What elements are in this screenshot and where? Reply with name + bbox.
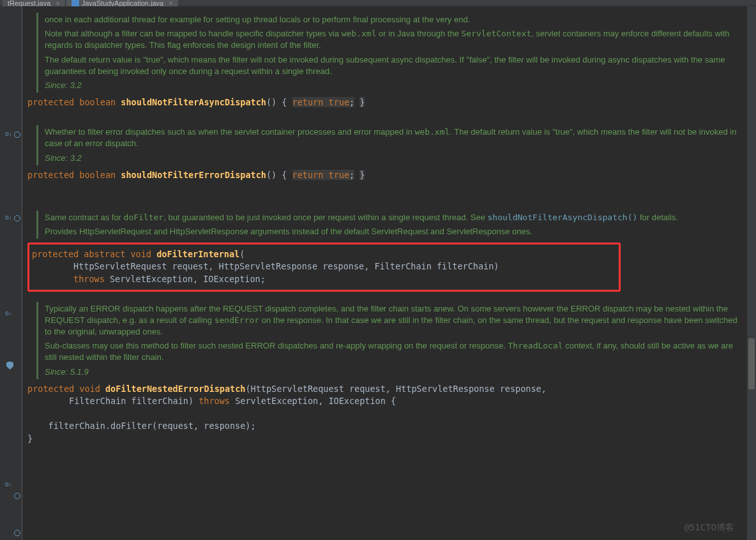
- method-signature: protected boolean shouldNotFilterErrorDi…: [27, 169, 742, 182]
- javadoc-block: once in each additional thread for examp…: [36, 13, 742, 93]
- doc-text: Note that although a filter can be mappe…: [45, 28, 742, 51]
- doc-since: Since: 3.2: [45, 153, 742, 164]
- javadoc-block: Typically an ERROR dispatch happens afte…: [36, 302, 742, 379]
- expand-icon[interactable]: [14, 215, 20, 221]
- doc-text: once in each additional thread for examp…: [45, 14, 742, 26]
- code-editor[interactable]: once in each additional thread for examp…: [22, 6, 747, 540]
- tab-label: JavaStudyApplication.java: [82, 0, 163, 7]
- doc-text: Sub-classes may use this method to filte…: [45, 340, 742, 363]
- doc-since: Since: 5.1.9: [45, 366, 742, 378]
- doc-since: Since: 3.2: [45, 80, 742, 91]
- gutter[interactable]: o↓ o↓ o↓ o↓: [0, 6, 22, 540]
- method-close: }: [27, 433, 742, 446]
- editor-tabs: tRequest.java × JavaStudyApplication.jav…: [0, 0, 756, 6]
- javadoc-block: Whether to filter error dispatches such …: [36, 125, 742, 165]
- vertical-scrollbar[interactable]: [747, 6, 756, 540]
- doc-text: Whether to filter error dispatches such …: [45, 126, 742, 149]
- expand-icon[interactable]: [14, 493, 20, 499]
- shield-icon: [6, 361, 13, 370]
- scroll-thumb[interactable]: [748, 338, 755, 389]
- override-icon[interactable]: o↓: [5, 310, 12, 317]
- java-icon: [72, 0, 79, 7]
- doc-text: Typically an ERROR dispatch happens afte…: [45, 303, 742, 338]
- method-signature: protected abstract void doFilterInternal…: [32, 248, 616, 261]
- method-body: filterChain.doFilter(request, response);: [27, 420, 742, 433]
- method-params: HttpServletRequest request, HttpServletR…: [32, 260, 616, 273]
- close-icon[interactable]: ×: [56, 0, 59, 7]
- doc-text: The default return value is "true", whic…: [45, 54, 742, 77]
- javadoc-block: Same contract as for doFilter, but guara…: [36, 211, 742, 239]
- method-signature: protected void doFilterNestedErrorDispat…: [27, 383, 742, 396]
- close-icon[interactable]: ×: [169, 0, 172, 7]
- override-icon[interactable]: o↓: [5, 130, 12, 137]
- tab-label: tRequest.java: [8, 0, 50, 7]
- override-icon[interactable]: o↓: [5, 214, 12, 221]
- collapse-icon[interactable]: [14, 530, 20, 536]
- override-icon[interactable]: o↓: [5, 481, 12, 488]
- editor-main: o↓ o↓ o↓ o↓ once in each additional thre…: [0, 6, 756, 540]
- method-throws: throws ServletException, IOException;: [32, 273, 616, 286]
- highlighted-method: protected abstract void doFilterInternal…: [27, 243, 621, 292]
- expand-icon[interactable]: [14, 131, 20, 138]
- method-signature: protected boolean shouldNotFilterAsyncDi…: [27, 96, 742, 109]
- doc-text: Provides HttpServletRequest and HttpServ…: [45, 226, 742, 237]
- code-blank: [27, 408, 742, 421]
- method-params: FilterChain filterChain) throws ServletE…: [27, 395, 742, 408]
- doc-text: Same contract as for doFilter, but guara…: [45, 212, 742, 223]
- watermark: @51CTO博客: [684, 521, 734, 534]
